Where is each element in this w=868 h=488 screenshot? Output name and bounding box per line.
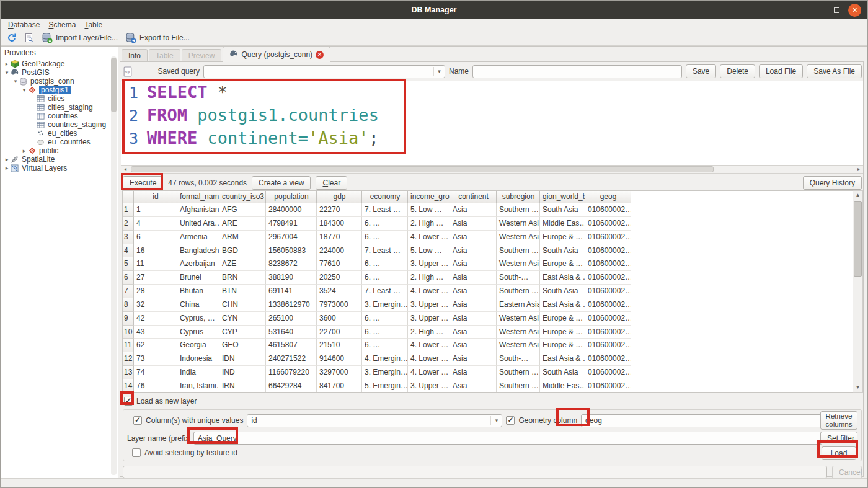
table-row[interactable]: 511AzerbaijanAZE8238672776106. …3. Upper… — [123, 257, 852, 271]
table-row[interactable]: 1273IndonesiaIDN2402715229146004. Emergi… — [123, 352, 852, 366]
menu-schema[interactable]: Schema — [46, 20, 81, 30]
chevron-down-icon[interactable]: ▾ — [20, 87, 28, 93]
column-header[interactable]: id — [134, 191, 177, 203]
table-row[interactable]: 832ChinaCHN133861297079730003. Emergin…3… — [123, 298, 852, 312]
execute-button[interactable]: Execute — [123, 176, 163, 190]
maximize-button[interactable] — [834, 7, 839, 13]
scroll-down-icon[interactable]: ▼ — [853, 383, 862, 392]
menu-database[interactable]: Database — [6, 20, 45, 30]
tab-close-icon[interactable]: ✕ — [316, 51, 324, 59]
tree-item-virtual-layers[interactable]: ▸Virtual Layers — [1, 164, 118, 172]
column-header[interactable]: subregion — [497, 191, 540, 203]
save-as-file-button[interactable]: Save As File — [807, 64, 862, 78]
table-cell: 6. … — [362, 312, 408, 326]
load-file-button[interactable]: Load File — [759, 64, 803, 78]
geometry-column-select[interactable]: geog ▾ — [581, 414, 838, 427]
db-info-button[interactable] — [22, 32, 37, 44]
sidebar-scrollbar-thumb[interactable] — [111, 58, 117, 112]
unique-column-select[interactable]: id ▾ — [247, 414, 502, 427]
tree-item-postgis1[interactable]: ▾postgis1 — [1, 86, 118, 94]
column-header[interactable]: geog — [585, 191, 631, 203]
query-history-button[interactable]: Query History — [803, 176, 862, 190]
cancel-button[interactable]: Cancel — [832, 466, 862, 479]
menu-table[interactable]: Table — [82, 20, 107, 30]
tree-item-eu-countries[interactable]: eu_countries — [1, 138, 118, 146]
avoid-feature-id-checkbox[interactable] — [132, 448, 141, 457]
sidebar-scrollbar[interactable] — [111, 56, 117, 475]
column-header[interactable] — [123, 191, 134, 203]
tree-item-postgis-conn[interactable]: ▾postgis_conn — [1, 77, 118, 86]
tree-item-spatialite[interactable]: ▸SpatiaLite — [1, 155, 118, 164]
table-row[interactable]: 36ArmeniaARM2967004187706. …4. Lower …As… — [123, 231, 852, 244]
table-row[interactable]: 11AfghanistanAFG28400000222707. Least …5… — [123, 203, 852, 217]
minimize-button[interactable]: – — [820, 7, 825, 13]
refresh-button[interactable] — [4, 32, 19, 44]
chevron-right-icon[interactable]: ▸ — [20, 148, 28, 154]
close-button[interactable]: ✕ — [848, 4, 861, 17]
column-header[interactable]: population — [266, 191, 317, 203]
delete-button[interactable]: Delete — [720, 64, 755, 78]
create-view-button[interactable]: Create a view — [252, 176, 311, 190]
retrieve-columns-button[interactable]: Retrieve columns — [820, 411, 857, 430]
chevron-down-icon[interactable]: ▾ — [3, 69, 11, 76]
table-row[interactable]: 942Cyprus, …CYN26510036006. …3. Upper …A… — [123, 312, 852, 326]
tab-info[interactable]: Info — [122, 49, 148, 62]
editor-hscrollbar[interactable]: ◂ ▸ — [121, 166, 863, 174]
scroll-left-icon[interactable]: ◂ — [121, 166, 130, 173]
table-row[interactable]: 1374IndiaIND116607922032970003. Emergin…… — [123, 366, 852, 379]
chevron-right-icon[interactable]: ▸ — [3, 61, 11, 67]
table-row[interactable]: 1162GeorgiaGEO4615807215106. …4. Lower …… — [123, 339, 852, 352]
unique-values-checkbox[interactable] — [133, 416, 142, 425]
results-scrollbar-thumb[interactable] — [854, 201, 862, 277]
column-header[interactable]: gdp — [317, 191, 362, 203]
title-bar[interactable]: DB Manager – ✕ — [1, 1, 867, 19]
table-row[interactable]: 1043CyprusCYP531640227006. …2. High …Asi… — [123, 326, 852, 339]
table-row[interactable]: 24United Ara…ARE47984911843006. …2. High… — [123, 217, 852, 231]
column-header[interactable]: gion_world_ba — [540, 191, 585, 203]
geometry-column-checkbox[interactable] — [506, 416, 515, 425]
schema-icon — [28, 86, 37, 94]
import-layer-button[interactable]: Import Layer/File... — [39, 31, 120, 45]
window-title: DB Manager — [412, 6, 457, 14]
tab-query-postgis-conn-[interactable]: Query (postgis_conn)✕ — [223, 47, 330, 62]
table-header-row: idformal_namecountry_iso3populationgdpec… — [123, 191, 852, 203]
saved-query-select[interactable]: ▾ — [203, 65, 445, 78]
results-scrollbar[interactable]: ▲ ▼ — [852, 190, 863, 393]
tree-item-cities-staging[interactable]: cities_staging — [1, 103, 118, 112]
table-cell: Asia — [450, 339, 497, 352]
clear-button[interactable]: Clear — [316, 176, 347, 190]
tree-item-countries[interactable]: countries — [1, 112, 118, 120]
tree-item-cities[interactable]: cities — [1, 94, 118, 103]
set-filter-button[interactable]: Set filter — [820, 432, 857, 445]
column-header[interactable]: income_group — [408, 191, 450, 203]
sql-editor[interactable]: 1SELECT *2FROM postgis1.countries3WHERE … — [121, 81, 863, 166]
export-file-button[interactable]: Export to File... — [123, 31, 192, 45]
column-header[interactable]: formal_name — [177, 191, 219, 203]
chevron-down-icon[interactable]: ▾ — [12, 78, 19, 84]
column-header[interactable]: continent — [450, 191, 497, 203]
tree-item-eu-cities[interactable]: eu_cities — [1, 129, 118, 138]
load-button[interactable]: Load — [822, 446, 856, 460]
tree-item-public[interactable]: ▸public — [1, 146, 118, 155]
table-cell: Europe & … — [540, 312, 585, 326]
column-header[interactable]: economy — [362, 191, 408, 203]
scroll-up-icon[interactable]: ▲ — [853, 191, 862, 200]
chevron-right-icon[interactable]: ▸ — [3, 156, 11, 162]
sql-window-button[interactable]: SQL — [123, 66, 136, 77]
chevron-right-icon[interactable]: ▸ — [3, 165, 11, 171]
table-row[interactable]: 627BruneiBRN388190202506. …2. High …Asia… — [123, 271, 852, 285]
table-row[interactable]: 416BangladeshBGD1560508832240007. Least … — [123, 244, 852, 258]
table-row[interactable]: 1476Iran, Islami…IRN664292848417005. Eme… — [123, 379, 852, 393]
tree-item-countries-staging[interactable]: countries_staging — [1, 120, 118, 129]
query-name-input[interactable] — [472, 65, 682, 78]
layer-name-input[interactable] — [193, 432, 822, 445]
scroll-right-icon[interactable]: ▸ — [854, 166, 863, 173]
table-cell: 22270 — [317, 203, 362, 217]
load-as-new-layer-checkbox[interactable] — [124, 397, 133, 406]
tree-item-postgis[interactable]: ▾PostGIS — [1, 68, 118, 77]
editor-hscrollbar-thumb[interactable] — [131, 166, 714, 172]
column-header[interactable]: country_iso3 — [219, 191, 266, 203]
table-row[interactable]: 728BhutanBTN69114135247. Least …4. Lower… — [123, 285, 852, 298]
tree-item-geopackage[interactable]: ▸GeoPackage — [1, 60, 118, 68]
save-button[interactable]: Save — [686, 64, 716, 78]
